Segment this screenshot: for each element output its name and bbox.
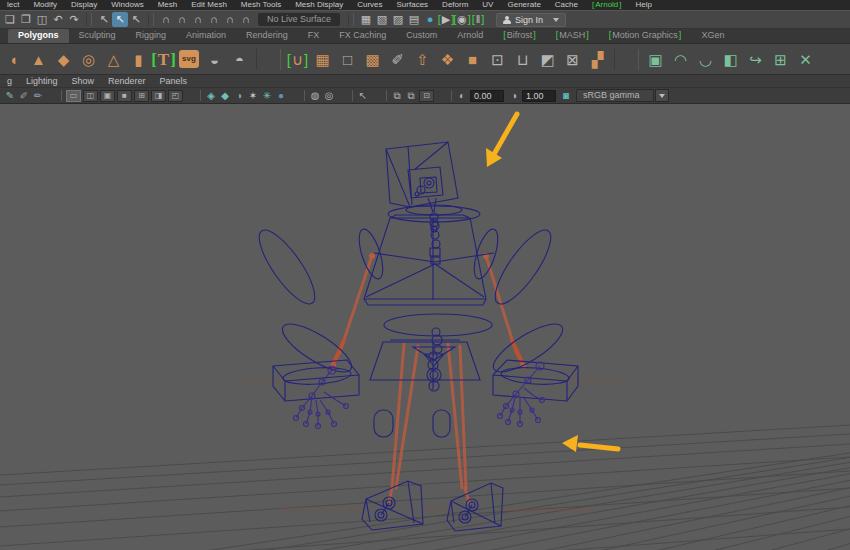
- menu-display[interactable]: Display: [64, 0, 104, 10]
- undo-icon[interactable]: ↶: [50, 12, 66, 27]
- pick-tool-icon[interactable]: ✎: [3, 89, 17, 102]
- gamma-correct-icon[interactable]: ◙: [559, 89, 573, 102]
- snap-projected-center-icon[interactable]: ∩: [206, 12, 222, 27]
- snap-view-plane-icon[interactable]: ∩: [222, 12, 238, 27]
- extrude-icon[interactable]: ⇧: [410, 47, 435, 72]
- ao-icon[interactable]: ●: [274, 89, 288, 102]
- arnold-ipr-icon[interactable]: ◉: [454, 12, 470, 27]
- boolean-icon[interactable]: ∪: [285, 47, 310, 72]
- colorspace-caret-button[interactable]: [655, 89, 669, 102]
- bevel-icon[interactable]: ❖: [435, 47, 460, 72]
- tab-rigging[interactable]: Rigging: [126, 29, 177, 43]
- subdivide-icon[interactable]: ▩: [360, 47, 385, 72]
- panel-menu-show[interactable]: Show: [65, 75, 102, 87]
- poly-sphere-icon[interactable]: ◖: [1, 47, 26, 72]
- menu-cache[interactable]: Cache: [548, 0, 585, 10]
- lighting-mode-icon[interactable]: ✶: [246, 89, 260, 102]
- menu-help[interactable]: Help: [629, 0, 659, 10]
- snap-grid-icon[interactable]: ∩: [158, 12, 174, 27]
- bookmark-icon[interactable]: ⧉: [404, 89, 418, 102]
- poly-cone-icon[interactable]: ▲: [26, 47, 51, 72]
- single-pane-layout-icon[interactable]: ▭: [66, 90, 81, 102]
- tab-custom[interactable]: Custom: [396, 29, 447, 43]
- panel-menu-renderer[interactable]: Renderer: [101, 75, 153, 87]
- menu-surfaces[interactable]: Surfaces: [390, 0, 436, 10]
- sign-in-button[interactable]: Sign In: [496, 13, 566, 27]
- arnold-renderview-icon[interactable]: ▶: [438, 12, 454, 27]
- mash-falloff-icon[interactable]: ◡: [693, 47, 718, 72]
- menu-generate[interactable]: Generate: [500, 0, 547, 10]
- mash-flight-icon[interactable]: ↪: [743, 47, 768, 72]
- mash-breakout-icon[interactable]: ✕: [793, 47, 818, 72]
- poly-platonic-icon[interactable]: ◆: [51, 47, 76, 72]
- xray-icon[interactable]: ◍: [308, 89, 322, 102]
- hypershade-icon[interactable]: ●: [422, 12, 438, 27]
- panel-menu-lighting[interactable]: Lighting: [19, 75, 65, 87]
- lasso-tool-icon[interactable]: ✐: [17, 89, 31, 102]
- poly-torus-icon[interactable]: ◎: [76, 47, 101, 72]
- isolate-select-icon[interactable]: ◎: [322, 89, 336, 102]
- four-pane-layout-icon[interactable]: ⊞: [134, 90, 149, 102]
- menu-mesh-tools[interactable]: Mesh Tools: [234, 0, 288, 10]
- select-hierarchy-icon[interactable]: ↖: [96, 12, 112, 27]
- type-tool-icon[interactable]: T: [151, 47, 176, 72]
- open-scene-icon[interactable]: ❐: [18, 12, 34, 27]
- combine-icon[interactable]: ◒: [202, 47, 227, 72]
- textured-mode-icon[interactable]: ◑: [232, 89, 246, 102]
- menu-windows[interactable]: Windows: [104, 0, 150, 10]
- pause-render-icon[interactable]: ‖: [470, 12, 486, 27]
- tab-animation[interactable]: Animation: [176, 29, 236, 43]
- tab-polygons[interactable]: Polygons: [8, 29, 69, 43]
- menu-curves[interactable]: Curves: [350, 0, 389, 10]
- snap-point-icon[interactable]: ∩: [190, 12, 206, 27]
- menu-edit-mesh[interactable]: Edit Mesh: [184, 0, 234, 10]
- menu-deform[interactable]: Deform: [435, 0, 475, 10]
- wireframe-mode-icon[interactable]: ◈: [204, 89, 218, 102]
- fill-hole-icon[interactable]: ▦: [310, 47, 335, 72]
- colorspace-dropdown[interactable]: sRGB gamma: [576, 89, 654, 102]
- render-settings-icon[interactable]: ▨: [390, 12, 406, 27]
- tab-rendering[interactable]: Rendering: [236, 29, 298, 43]
- pane-uv-icon[interactable]: ◰: [168, 90, 183, 102]
- poly-cube-icon[interactable]: ■: [460, 47, 485, 72]
- quad-draw-icon[interactable]: ◩: [535, 47, 560, 72]
- tab-fx[interactable]: FX: [298, 29, 330, 43]
- mash-dynamics-icon[interactable]: ◧: [718, 47, 743, 72]
- live-surface-field[interactable]: No Live Surface: [258, 13, 340, 26]
- tab-bifrost[interactable]: Bifrost: [493, 29, 546, 43]
- paint-tool-icon[interactable]: ✏: [31, 89, 45, 102]
- select-component-icon[interactable]: ↖: [128, 12, 144, 27]
- snap-curve-icon[interactable]: ∩: [174, 12, 190, 27]
- menu-select[interactable]: lect: [0, 0, 26, 10]
- tab-mash[interactable]: MASH: [546, 29, 599, 43]
- new-scene-icon[interactable]: ❏: [2, 12, 18, 27]
- make-live-icon[interactable]: ∩: [238, 12, 254, 27]
- shaded-mode-icon[interactable]: ◆: [218, 89, 232, 102]
- svg-tool-icon[interactable]: svg: [179, 50, 199, 68]
- display-render-icon[interactable]: ▤: [406, 12, 422, 27]
- target-weld-icon[interactable]: ⊡: [485, 47, 510, 72]
- separate-icon[interactable]: ◓: [227, 47, 252, 72]
- tab-fx-caching[interactable]: FX Caching: [329, 29, 396, 43]
- grease-pencil-icon[interactable]: ⊡: [419, 90, 434, 102]
- exposure-field[interactable]: 0.00: [470, 90, 504, 102]
- snapshot-icon[interactable]: ⧉: [390, 89, 404, 102]
- poly-cylinder-icon[interactable]: ▮: [126, 47, 151, 72]
- poly-pyramid-icon[interactable]: △: [101, 47, 126, 72]
- menu-modify[interactable]: Modify: [26, 0, 64, 10]
- mirror-icon[interactable]: ▞: [585, 47, 610, 72]
- smooth-icon[interactable]: □: [335, 47, 360, 72]
- tab-xgen[interactable]: XGen: [691, 29, 734, 43]
- two-pane-layout-icon[interactable]: ◫: [83, 90, 98, 102]
- shadows-icon[interactable]: ✳: [260, 89, 274, 102]
- object-mode-icon[interactable]: ↖: [356, 89, 370, 102]
- save-scene-icon[interactable]: ◫: [34, 12, 50, 27]
- pane-persp-outliner-icon[interactable]: ▣: [100, 90, 115, 102]
- tab-sculpting[interactable]: Sculpting: [69, 29, 126, 43]
- menu-mesh[interactable]: Mesh: [151, 0, 185, 10]
- select-object-icon[interactable]: ↖: [112, 12, 128, 27]
- multi-cut-icon[interactable]: ⊠: [560, 47, 585, 72]
- mash-editor-icon[interactable]: ⊞: [768, 47, 793, 72]
- pane-editor-icon[interactable]: ◨: [151, 90, 166, 102]
- mash-curve-icon[interactable]: ◠: [668, 47, 693, 72]
